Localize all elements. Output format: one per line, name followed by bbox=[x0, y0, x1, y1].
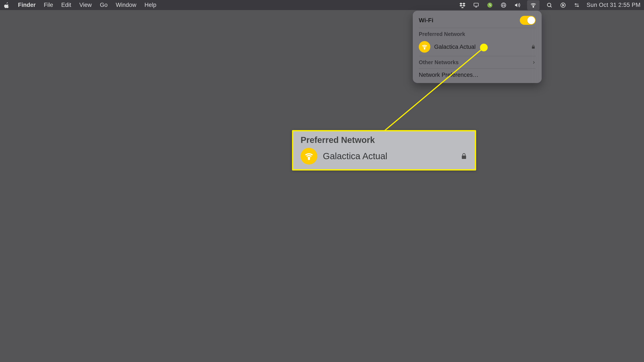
callout-magnifier: Preferred Network Galactica Actual bbox=[292, 130, 476, 171]
callout-network-row: Galactica Actual bbox=[300, 148, 468, 165]
svg-point-11 bbox=[308, 158, 310, 160]
callout-network-name: Galactica Actual bbox=[323, 151, 455, 161]
menu-go[interactable]: Go bbox=[100, 2, 108, 8]
menu-help[interactable]: Help bbox=[144, 2, 156, 8]
svg-point-8 bbox=[424, 48, 425, 49]
preferred-network-row[interactable]: Galactica Actual bbox=[419, 39, 536, 56]
app-name-menu[interactable]: Finder bbox=[18, 2, 36, 8]
menu-file[interactable]: File bbox=[44, 2, 53, 8]
do-not-disturb-icon[interactable] bbox=[500, 1, 508, 9]
preferred-network-name: Galactica Actual bbox=[434, 44, 527, 50]
menu-bar-right: Sun Oct 31 2:55 PM bbox=[458, 0, 640, 10]
preferred-network-label: Preferred Network bbox=[419, 28, 536, 39]
display-icon[interactable] bbox=[472, 1, 480, 9]
svg-point-3 bbox=[533, 6, 534, 7]
spotlight-icon[interactable] bbox=[546, 1, 553, 9]
callout-line bbox=[0, 0, 644, 362]
menu-bar-left: Finder File Edit View Go Window Help bbox=[4, 2, 156, 8]
apple-logo-icon[interactable] bbox=[4, 2, 10, 8]
volume-icon[interactable] bbox=[514, 1, 521, 9]
svg-point-6 bbox=[575, 4, 576, 5]
chevron-right-icon bbox=[532, 60, 536, 64]
wifi-menu-icon[interactable] bbox=[527, 0, 540, 10]
control-center-icon[interactable] bbox=[573, 1, 581, 9]
wifi-signal-icon bbox=[300, 148, 317, 165]
svg-point-2 bbox=[501, 3, 506, 7]
lock-icon bbox=[460, 153, 468, 160]
wifi-toggle[interactable] bbox=[520, 16, 536, 25]
svg-rect-0 bbox=[474, 3, 478, 6]
callout-section-label: Preferred Network bbox=[300, 134, 468, 148]
svg-point-7 bbox=[578, 5, 578, 7]
wifi-header: Wi-Fi bbox=[419, 14, 536, 28]
clock[interactable]: Sun Oct 31 2:55 PM bbox=[586, 2, 640, 8]
menu-edit[interactable]: Edit bbox=[61, 2, 71, 8]
menu-bar: Finder File Edit View Go Window Help bbox=[0, 0, 644, 10]
wifi-title: Wi-Fi bbox=[419, 17, 433, 24]
backup-icon[interactable] bbox=[486, 1, 494, 9]
wifi-dropdown: Wi-Fi Preferred Network Galactica Actual… bbox=[413, 11, 542, 83]
now-playing-icon[interactable] bbox=[559, 1, 567, 9]
menu-view[interactable]: View bbox=[80, 2, 92, 8]
dropbox-icon[interactable] bbox=[458, 1, 466, 9]
other-networks-label: Other Networks bbox=[419, 59, 458, 65]
svg-point-4 bbox=[548, 3, 551, 6]
other-networks-row[interactable]: Other Networks bbox=[419, 56, 536, 68]
wifi-signal-icon bbox=[419, 41, 430, 53]
lock-icon bbox=[531, 44, 536, 49]
network-preferences-row[interactable]: Network Preferences… bbox=[419, 69, 536, 79]
menu-window[interactable]: Window bbox=[116, 2, 136, 8]
